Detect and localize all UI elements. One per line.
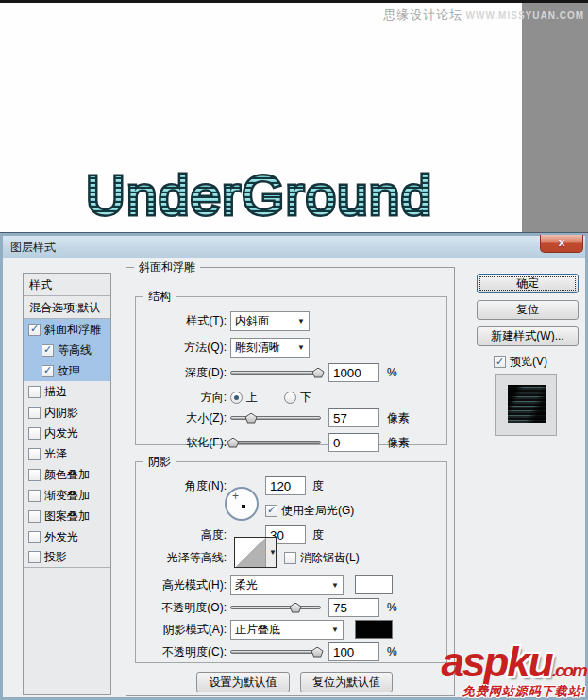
highlight-opacity-track[interactable] [230, 606, 321, 609]
set-default-label: 设置为默认值 [210, 675, 277, 691]
gradient-overlay-checkbox[interactable] [28, 490, 41, 502]
highlight-mode-row: 高光模式(H): 柔光 ▼ [126, 575, 454, 595]
technique-dropdown[interactable]: 雕刻清晰 ▼ [230, 338, 310, 358]
depth-unit: % [387, 366, 397, 379]
texture-checkbox[interactable]: ✓ [42, 365, 54, 377]
sidebar-item-drop-shadow[interactable]: 投影 [24, 547, 110, 568]
depth-slider-track[interactable] [230, 371, 321, 375]
size-slider-track[interactable] [230, 416, 321, 420]
color-overlay-checkbox[interactable] [28, 469, 41, 481]
close-button[interactable]: x [540, 235, 583, 253]
style-dropdown[interactable]: 内斜面 ▼ [230, 311, 310, 331]
shadow-opacity-track[interactable] [230, 650, 321, 654]
depth-slider[interactable] [230, 366, 321, 380]
sidebar-item-label: 颜色叠加 [44, 467, 90, 483]
sidebar-item-bevel-emboss[interactable]: ✓ 斜面和浮雕 [24, 319, 110, 340]
altitude-label: 高度: [126, 527, 230, 543]
depth-slider-thumb[interactable] [312, 368, 325, 378]
shadow-opacity-input[interactable] [328, 642, 379, 661]
size-row: 大小(Z): 像素 [126, 408, 454, 428]
soften-input[interactable] [328, 433, 379, 452]
sidebar-item-label: 图案叠加 [44, 508, 90, 525]
depth-input[interactable] [328, 363, 379, 382]
direction-row: 方向: 上 下 [126, 387, 454, 408]
highlight-opacity-unit: % [387, 601, 397, 614]
check-icon: ✓ [43, 365, 52, 375]
depth-label: 深度(D): [126, 365, 230, 381]
soften-slider-track[interactable] [230, 441, 321, 444]
sidebar-item-color-overlay[interactable]: 颜色叠加 [24, 464, 110, 485]
stroke-checkbox[interactable] [28, 386, 41, 398]
size-input[interactable] [328, 408, 379, 427]
shading-legend: 阴影 [143, 455, 176, 468]
altitude-unit: 度 [312, 527, 324, 543]
chevron-down-icon: ▼ [297, 317, 305, 325]
satin-checkbox[interactable] [28, 448, 41, 460]
global-light-checkbox[interactable]: ✓ [265, 505, 277, 517]
sidebar-item-label: 描边 [44, 384, 67, 400]
chevron-down-icon: ▼ [331, 625, 339, 634]
shadow-opacity-label: 不透明度(C): [126, 644, 230, 660]
soften-slider[interactable] [230, 436, 321, 450]
dialog-titlebar[interactable]: 图层样式 x [3, 236, 585, 258]
angle-input[interactable] [265, 476, 306, 495]
reset-default-button[interactable]: 复位为默认值 [300, 672, 393, 692]
highlight-mode-dropdown[interactable]: 柔光 ▼ [230, 575, 344, 595]
chevron-down-icon: ▼ [297, 343, 305, 352]
shadow-mode-dropdown[interactable]: 正片叠底 ▼ [230, 620, 344, 640]
logo-ku: ku [507, 639, 551, 685]
size-slider[interactable] [230, 411, 321, 425]
highlight-opacity-thumb[interactable] [290, 603, 302, 613]
style-label: 样式(T): [126, 313, 230, 329]
drop-shadow-checkbox[interactable] [28, 551, 41, 563]
shadow-opacity-slider[interactable] [230, 645, 321, 659]
angle-unit: 度 [312, 478, 324, 494]
sidebar-item-contour[interactable]: ✓ 等高线 [24, 340, 110, 360]
sidebar-item-blending-options[interactable]: 混合选项:默认 [24, 296, 110, 319]
direction-down-radio[interactable] [284, 392, 296, 404]
highlight-color-swatch[interactable] [355, 575, 393, 594]
dialog-body: 样式 混合选项:默认 ✓ 斜面和浮雕 ✓ 等高线 ✓ 纹理 描边 [3, 258, 585, 697]
soften-row: 软化(F): 像素 [126, 432, 454, 453]
sidebar-item-inner-glow[interactable]: 内发光 [24, 423, 110, 443]
sidebar-item-styles[interactable]: 样式 [24, 274, 110, 296]
shadow-color-swatch[interactable] [355, 620, 393, 639]
shadow-opacity-thumb[interactable] [311, 647, 324, 658]
new-style-label: 新建样式(W)... [491, 328, 563, 344]
ok-button[interactable]: 确定 [477, 274, 579, 293]
highlight-opacity-slider[interactable] [230, 601, 321, 615]
sidebar-item-satin[interactable]: 光泽 [24, 443, 110, 464]
size-slider-thumb[interactable] [245, 413, 258, 424]
inner-glow-checkbox[interactable] [28, 427, 41, 440]
sidebar-item-texture[interactable]: ✓ 纹理 [24, 360, 110, 381]
sidebar-item-outer-glow[interactable]: 外发光 [24, 526, 110, 547]
inner-shadow-checkbox[interactable] [28, 407, 41, 419]
panel-header: 斜面和浮雕 [134, 260, 200, 274]
aspku-logo: aspku.com 免费网站源码下载站! [441, 642, 586, 697]
new-style-button[interactable]: 新建样式(W)... [477, 326, 579, 346]
size-unit: 像素 [387, 410, 410, 426]
preview-checkbox[interactable]: ✓ [494, 356, 506, 368]
check-icon: ✓ [267, 505, 276, 515]
highlight-opacity-label: 不透明度(O): [126, 600, 230, 616]
sidebar-item-gradient-overlay[interactable]: 渐变叠加 [24, 485, 110, 506]
depth-row: 深度(D): % [126, 362, 454, 383]
bevel-emboss-checkbox[interactable]: ✓ [28, 324, 41, 336]
pattern-overlay-checkbox[interactable] [28, 510, 41, 523]
dialog-title: 图层样式 [10, 236, 56, 258]
sidebar-item-pattern-overlay[interactable]: 图案叠加 [24, 506, 110, 526]
outer-glow-checkbox[interactable] [28, 531, 41, 543]
contour-checkbox[interactable]: ✓ [42, 344, 54, 357]
sidebar-item-stroke[interactable]: 描边 [24, 381, 110, 402]
reset-button[interactable]: 复位 [477, 300, 579, 320]
direction-up-radio[interactable] [230, 392, 243, 404]
antialias-checkbox[interactable] [284, 552, 296, 564]
sidebar-blending-label: 混合选项:默认 [29, 301, 100, 314]
logo-tagline: 免费网站源码下载站! [441, 685, 586, 697]
highlight-opacity-input[interactable] [328, 598, 379, 617]
logo-asp: asp [441, 639, 507, 685]
ok-label: 确定 [516, 275, 539, 292]
sidebar-item-inner-shadow[interactable]: 内阴影 [24, 402, 110, 423]
antialias-row: 消除锯齿(L) [126, 547, 454, 568]
set-default-button[interactable]: 设置为默认值 [196, 672, 290, 692]
